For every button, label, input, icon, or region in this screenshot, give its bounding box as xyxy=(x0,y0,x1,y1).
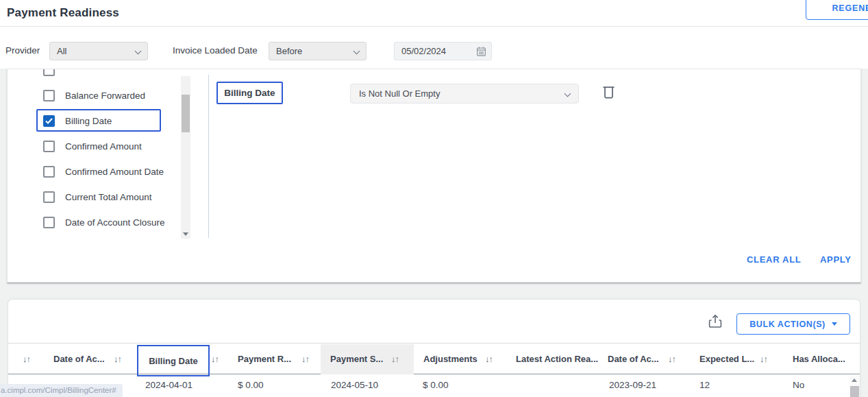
table-scrollbar[interactable] xyxy=(850,376,860,397)
cell-date-of-ac: 2023-09-21 xyxy=(609,375,656,397)
check-icon xyxy=(45,118,53,124)
regenerate-button[interactable]: REGENERATE xyxy=(806,0,868,20)
field-item-confirmed-amount[interactable]: Confirmed Amount xyxy=(43,140,142,152)
results-table-card: BULK ACTION(S) ↓↑ Date of Ac... ↓↑ Billi… xyxy=(8,300,860,397)
column-header-adjustments[interactable]: Adjustments xyxy=(423,344,478,374)
table-header-row: ↓↑ Date of Ac... ↓↑ Billing Date ↓↑ Paym… xyxy=(8,343,860,374)
chevron-down-icon xyxy=(135,48,142,55)
column-header-billing-date[interactable]: Billing Date xyxy=(137,345,210,376)
cell-payment-s: 2024-05-10 xyxy=(331,375,378,397)
scrollbar-thumb[interactable] xyxy=(850,386,859,397)
calendar-icon[interactable] xyxy=(477,47,486,56)
export-icon xyxy=(708,314,722,328)
column-header-payment-s[interactable]: Payment S... xyxy=(330,344,383,374)
cell-has-alloca: No xyxy=(793,375,804,397)
condition-field-chip[interactable]: Billing Date xyxy=(216,82,283,104)
column-header-date-of-ac-2[interactable]: Date of Ac... xyxy=(608,344,659,374)
column-header-latest-action-reason[interactable]: Latest Action Rea... xyxy=(516,344,598,374)
field-list-scrollbar[interactable] xyxy=(181,76,190,239)
export-button[interactable] xyxy=(707,314,723,330)
cell-payment-r: $ 0.00 xyxy=(238,375,264,397)
field-label: Balance Forwarded xyxy=(65,91,145,101)
sort-icon[interactable]: ↓↑ xyxy=(485,344,493,374)
sort-icon[interactable]: ↓↑ xyxy=(23,344,30,374)
scroll-up-icon[interactable] xyxy=(852,378,857,382)
scroll-down-icon[interactable] xyxy=(183,232,188,236)
field-label: Current Total Amount xyxy=(65,192,152,202)
field-label: Date of Account Closure xyxy=(65,217,165,228)
checkbox-unchecked[interactable] xyxy=(43,191,55,203)
column-header-payment-r[interactable]: Payment R... xyxy=(238,344,291,374)
provider-select-value: All xyxy=(57,46,66,56)
provider-select[interactable]: All xyxy=(49,42,148,60)
page-title: Payment Readiness xyxy=(7,6,119,20)
invoice-loaded-date-input[interactable]: 05/02/2024 xyxy=(394,42,492,60)
payment-readiness-page: Payment Readiness REGENERATE Provider Al… xyxy=(0,0,868,397)
bulk-actions-label: BULK ACTION(S) xyxy=(749,320,826,329)
field-label: Confirmed Amount Date xyxy=(65,167,164,177)
sort-icon[interactable]: ↓↑ xyxy=(760,344,767,374)
title-divider xyxy=(0,26,868,27)
invoice-loaded-date-label: Invoice Loaded Date xyxy=(173,45,258,56)
clear-all-button[interactable]: CLEAR ALL xyxy=(747,254,801,265)
column-header-expected-l[interactable]: Expected L... xyxy=(699,344,754,374)
chevron-down-icon xyxy=(354,48,360,55)
field-item-billing-date[interactable]: Billing Date xyxy=(43,115,112,127)
condition-operator-value: Is Not Null Or Empty xyxy=(359,88,440,99)
provider-label: Provider xyxy=(5,45,40,56)
caret-down-icon xyxy=(832,322,837,326)
checkbox-unchecked[interactable] xyxy=(43,90,55,101)
field-checkbox-partial[interactable] xyxy=(43,69,55,76)
cell-adjustments: $ 0.00 xyxy=(423,375,449,397)
filter-builder-panel: Balance Forwarded Billing Date Confirmed… xyxy=(7,69,861,283)
sort-icon[interactable]: ↓↑ xyxy=(211,344,219,374)
sort-icon[interactable]: ↓↑ xyxy=(668,344,675,374)
status-bar-link: a.cimpl.com/Cimpl/BillingCenter# xyxy=(0,384,123,397)
invoice-loaded-operator-value: Before xyxy=(276,46,302,56)
list-divider xyxy=(208,75,209,238)
apply-button[interactable]: APPLY xyxy=(820,254,852,265)
sort-icon[interactable]: ↓↑ xyxy=(301,344,309,374)
field-item-date-of-account-closure[interactable]: Date of Account Closure xyxy=(43,216,165,228)
column-header-has-alloca[interactable]: Has Alloca... xyxy=(793,344,845,374)
trash-icon xyxy=(603,85,615,99)
bulk-actions-button[interactable]: BULK ACTION(S) xyxy=(736,313,850,335)
checkbox-unchecked[interactable] xyxy=(43,141,55,152)
cell-expected-l: 12 xyxy=(699,375,710,397)
delete-condition-button[interactable] xyxy=(601,84,616,101)
scrollbar-thumb[interactable] xyxy=(182,95,190,132)
field-label: Confirmed Amount xyxy=(65,141,142,152)
chevron-down-icon xyxy=(565,91,571,97)
checkbox-unchecked[interactable] xyxy=(43,217,55,228)
field-item-balance-forwarded[interactable]: Balance Forwarded xyxy=(43,89,145,101)
invoice-loaded-date-value: 05/02/2024 xyxy=(401,46,446,56)
sort-icon[interactable]: ↓↑ xyxy=(114,344,121,374)
checkbox-unchecked[interactable] xyxy=(43,166,55,178)
table-row[interactable]: 2024-04-01 $ 0.00 2024-05-10 $ 0.00 2023… xyxy=(8,375,860,397)
column-header-label: Billing Date xyxy=(149,356,198,366)
checkbox-checked[interactable] xyxy=(43,115,55,127)
sort-icon[interactable]: ↓↑ xyxy=(391,344,399,374)
cell-billing-date: 2024-04-01 xyxy=(145,375,193,397)
invoice-loaded-operator-select[interactable]: Before xyxy=(269,42,367,60)
field-item-current-total-amount[interactable]: Current Total Amount xyxy=(43,191,152,203)
condition-operator-select[interactable]: Is Not Null Or Empty xyxy=(350,84,579,104)
column-header-date-of-ac-1[interactable]: Date of Ac... xyxy=(53,344,105,374)
field-item-confirmed-amount-date[interactable]: Confirmed Amount Date xyxy=(43,165,164,178)
panel-actions: CLEAR ALL APPLY xyxy=(8,253,860,267)
field-label: Billing Date xyxy=(65,116,112,126)
